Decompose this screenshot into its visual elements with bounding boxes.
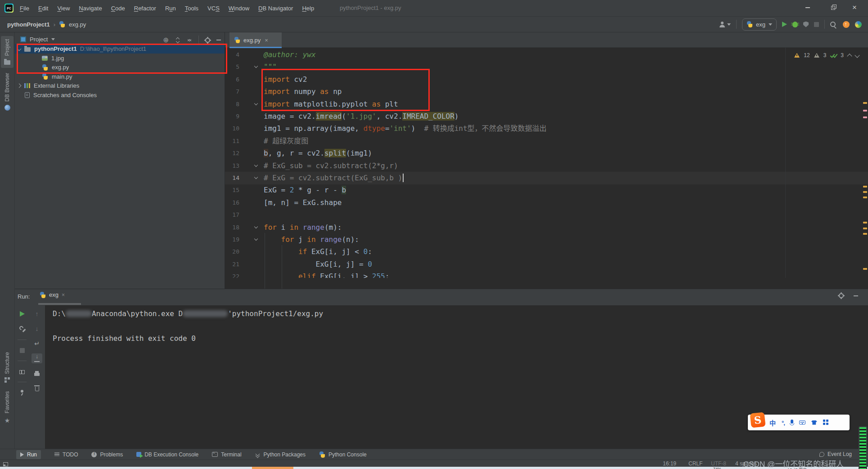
up-button[interactable] bbox=[31, 309, 42, 319]
profile-button[interactable] bbox=[719, 22, 731, 27]
close-tab-icon[interactable]: × bbox=[265, 37, 268, 44]
error-stripe-mark[interactable] bbox=[863, 268, 867, 270]
chevron-right-icon[interactable] bbox=[17, 84, 22, 88]
update-button[interactable] bbox=[843, 21, 850, 28]
tool-window-switcher-icon[interactable] bbox=[3, 462, 8, 466]
code-line-14[interactable]: 14# ExG = cv2.subtract(ExG_sub,b ) bbox=[225, 172, 868, 184]
skin-icon[interactable] bbox=[811, 420, 817, 425]
pin-button[interactable] bbox=[17, 388, 27, 398]
stripe-item-db-browser[interactable]: DB Browser bbox=[1, 70, 13, 114]
error-stripe-mark[interactable] bbox=[863, 102, 867, 104]
code-line-21[interactable]: 21 ExG[i, j] = 0 bbox=[225, 258, 868, 271]
code-line-19[interactable]: 19 for j in range(n): bbox=[225, 233, 868, 246]
wrench-button[interactable] bbox=[17, 324, 27, 334]
stripe-item-favorites[interactable]: Favorites bbox=[1, 388, 13, 428]
error-stripe-mark[interactable] bbox=[863, 191, 867, 193]
error-stripe-mark[interactable] bbox=[863, 222, 867, 223]
menu-help[interactable]: Help bbox=[302, 5, 314, 12]
menu-navigate[interactable]: Navigate bbox=[79, 5, 102, 12]
fold-marker-icon[interactable] bbox=[254, 164, 258, 168]
menu-code[interactable]: Code bbox=[111, 5, 125, 12]
close-button[interactable]: × bbox=[845, 0, 864, 15]
run-button[interactable] bbox=[782, 22, 787, 27]
code-line-20[interactable]: 20 if ExG[i, j] < 0: bbox=[225, 246, 868, 258]
search-everywhere-button[interactable] bbox=[830, 22, 836, 27]
minimize-button[interactable] bbox=[798, 0, 818, 15]
stop-button[interactable] bbox=[814, 22, 819, 27]
code-line-12[interactable]: 12b, g, r = cv2.split(img1) bbox=[225, 147, 868, 160]
code-line-15[interactable]: 15ExG = 2 * g - r - b bbox=[225, 184, 868, 197]
code-line-4[interactable]: 4@author: ywx bbox=[225, 49, 868, 61]
code-line-16[interactable]: 16[m, n] = ExG.shape bbox=[225, 197, 868, 209]
trash-button[interactable] bbox=[31, 383, 42, 393]
keyboard-icon[interactable] bbox=[799, 420, 805, 424]
error-stripe-mark[interactable] bbox=[863, 186, 867, 188]
layout-button[interactable] bbox=[17, 366, 27, 376]
fold-marker-icon[interactable] bbox=[254, 176, 258, 180]
error-stripe-mark[interactable] bbox=[863, 116, 867, 118]
gear-icon[interactable] bbox=[839, 293, 844, 298]
run-tab-exg[interactable]: exg × bbox=[40, 291, 65, 298]
expand-all-button[interactable] bbox=[175, 37, 180, 43]
run-console[interactable]: D:\Anaconda\python.exe D'pythonProject1/… bbox=[45, 305, 868, 449]
menu-db-navigator[interactable]: DB Navigator bbox=[258, 5, 293, 12]
error-stripe-mark[interactable] bbox=[863, 228, 867, 229]
status-encoding[interactable]: UTF-8 bbox=[711, 460, 726, 467]
restore-button[interactable] bbox=[823, 0, 843, 15]
fold-marker-icon[interactable] bbox=[254, 65, 258, 69]
locate-file-button[interactable] bbox=[163, 36, 169, 44]
tree-row-scratches-and-consoles[interactable]: Scratches and Consoles bbox=[15, 90, 225, 100]
tool-window-button-terminal[interactable]: Terminal bbox=[212, 451, 241, 458]
collapse-all-button[interactable] bbox=[187, 37, 192, 43]
code-with-me-icon[interactable] bbox=[855, 21, 862, 28]
coverage-button[interactable] bbox=[803, 22, 809, 27]
error-stripe[interactable] bbox=[863, 50, 867, 289]
tool-window-button-run[interactable]: Run bbox=[16, 450, 41, 459]
tool-window-button-db-execution-console[interactable]: DB Execution Console bbox=[136, 451, 198, 458]
softwrap-button[interactable] bbox=[31, 339, 42, 348]
punctuation-icon[interactable] bbox=[782, 419, 785, 427]
hide-panel-button[interactable] bbox=[854, 295, 858, 296]
code-line-22[interactable]: 22 elif ExG[i, j] > 255: bbox=[225, 270, 868, 278]
status-line-ending[interactable]: CRLF bbox=[688, 460, 702, 467]
hide-panel-button[interactable] bbox=[216, 40, 221, 40]
code-line-9[interactable]: 9image = cv2.imread('1.jpg', cv2.IMREAD_… bbox=[225, 110, 868, 123]
fold-marker-icon[interactable] bbox=[254, 102, 258, 107]
tab-exg-py[interactable]: exg.py × bbox=[229, 32, 282, 48]
breadcrumb-project[interactable]: pythonProject1 bbox=[7, 21, 50, 28]
toolbox-icon[interactable] bbox=[823, 420, 825, 422]
error-stripe-mark[interactable] bbox=[863, 233, 867, 235]
stripe-item-project[interactable]: Project bbox=[1, 36, 13, 68]
tool-window-button-python-packages[interactable]: Python Packages bbox=[255, 451, 306, 458]
code-line-11[interactable]: 11# 超绿灰度图 bbox=[225, 135, 868, 147]
run-configuration-select[interactable]: exg bbox=[742, 18, 777, 31]
fold-marker-icon[interactable] bbox=[254, 225, 258, 230]
tool-window-button-todo[interactable]: TODO bbox=[54, 451, 78, 458]
menu-edit[interactable]: Edit bbox=[38, 5, 48, 12]
gear-icon[interactable] bbox=[205, 38, 210, 43]
down-button[interactable] bbox=[31, 324, 42, 334]
fold-marker-icon[interactable] bbox=[254, 237, 258, 242]
code-line-17[interactable]: 17 bbox=[225, 209, 868, 221]
code-line-18[interactable]: 18for i in range(m): bbox=[225, 221, 868, 234]
menu-run[interactable]: Run bbox=[165, 5, 176, 12]
menu-tools[interactable]: Tools bbox=[185, 5, 198, 12]
menu-refactor[interactable]: Refactor bbox=[134, 5, 156, 12]
sogou-logo-icon[interactable]: S bbox=[750, 412, 765, 428]
menu-vcs[interactable]: VCS bbox=[207, 5, 220, 12]
debug-button[interactable] bbox=[792, 22, 798, 27]
stripe-item-structure[interactable]: Structure bbox=[1, 349, 13, 386]
breadcrumb-file[interactable]: exg.py bbox=[69, 21, 86, 28]
close-run-tab-icon[interactable]: × bbox=[62, 292, 65, 298]
menu-window[interactable]: Window bbox=[229, 5, 249, 12]
rerun-button[interactable] bbox=[17, 309, 27, 319]
code-line-13[interactable]: 13# ExG_sub = cv2.subtract(2*g,r) bbox=[225, 160, 868, 172]
tool-window-button-problems[interactable]: Problems bbox=[91, 451, 123, 458]
stop-button[interactable] bbox=[17, 345, 27, 355]
mic-icon[interactable] bbox=[791, 420, 793, 424]
error-stripe-mark[interactable] bbox=[863, 197, 867, 198]
menu-file[interactable]: File bbox=[20, 5, 29, 12]
scroll-end-button[interactable] bbox=[31, 353, 42, 363]
error-stripe-mark[interactable] bbox=[863, 110, 867, 112]
code-line-10[interactable]: 10img1 = np.array(image, dtype='int') # … bbox=[225, 122, 868, 135]
